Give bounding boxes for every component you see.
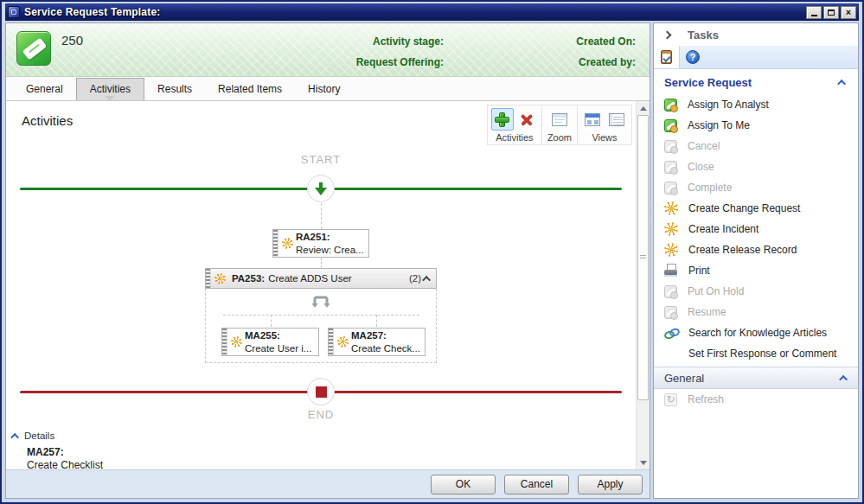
chevron-right-icon <box>663 30 672 39</box>
task-item: Cancel <box>654 136 858 156</box>
activity-star-icon <box>282 238 293 249</box>
task-item[interactable]: Create Change Request <box>654 198 858 219</box>
service-request-task-list: Assign To Analyst Assign To Me Cancel <box>654 94 858 364</box>
details-node-id: MA257: <box>27 446 64 458</box>
toolbar-group-label: Zoom <box>546 131 573 144</box>
ticket-user-icon <box>664 119 677 132</box>
task-item: Close <box>654 156 858 177</box>
help-icon <box>686 50 700 64</box>
task-label: Put On Hold <box>688 285 744 297</box>
zoom-button[interactable] <box>548 108 571 131</box>
section-title: Service Request <box>664 76 840 89</box>
list-view-button[interactable] <box>605 108 628 131</box>
scroll-up-button[interactable] <box>637 101 650 115</box>
end-node <box>307 378 335 405</box>
activities-toolbar: Activities Zoom <box>487 105 632 145</box>
tab-activities[interactable]: Activities <box>76 78 144 100</box>
activity-node-ra251[interactable]: RA251: Review: Crea... <box>272 229 369 258</box>
collapse-chevron-icon <box>10 432 19 441</box>
triangle-up-icon <box>640 106 647 111</box>
scrollbar-thumb[interactable] <box>637 115 649 400</box>
request-offering-label: Request Offering: <box>356 56 444 68</box>
created-by-label: Created by: <box>579 56 636 68</box>
task-item[interactable]: Assign To Analyst <box>654 94 858 115</box>
parallel-fork-icon <box>310 292 332 313</box>
vertical-scrollbar[interactable] <box>636 101 650 469</box>
minimize-icon <box>811 15 817 16</box>
ticket-disabled-icon <box>664 140 677 153</box>
cancel-button[interactable]: Cancel <box>504 475 569 494</box>
minimize-button[interactable] <box>806 6 822 19</box>
connector <box>376 315 377 327</box>
close-button[interactable]: × <box>841 6 856 19</box>
add-icon <box>495 112 509 127</box>
help-tab[interactable] <box>680 46 706 68</box>
connector <box>321 258 322 268</box>
task-item[interactable]: Search for Knowledge Articles <box>654 322 858 343</box>
clipboard-icon <box>661 50 672 64</box>
ok-button[interactable]: OK <box>431 475 496 494</box>
activity-node-ma257[interactable]: MA257: Create Check... <box>328 328 426 356</box>
service-request-template-window: Service Request Template: × 250 Activity… <box>0 0 864 504</box>
details-toggle[interactable]: Details <box>13 431 54 441</box>
service-request-section-header[interactable]: Service Request <box>654 69 858 94</box>
task-item: Resume <box>654 302 858 322</box>
ticket-disabled-icon <box>664 161 677 174</box>
task-item[interactable]: Assign To Me <box>654 115 858 136</box>
task-label: Cancel <box>688 140 720 152</box>
task-label: Set First Response or Comment <box>688 348 836 360</box>
tab-related-items[interactable]: Related Items <box>205 79 295 100</box>
list-view-icon <box>609 113 624 126</box>
task-item[interactable]: Set First Response or Comment <box>654 343 858 364</box>
task-label: Refresh <box>688 393 724 405</box>
general-section-header[interactable]: General <box>654 367 858 389</box>
tasks-title: Tasks <box>688 29 719 41</box>
star-icon <box>664 201 678 215</box>
task-label: Print <box>688 265 710 277</box>
tab-history[interactable]: History <box>295 79 353 100</box>
details-label: Details <box>24 431 54 441</box>
task-label: Create Release Record <box>688 244 797 256</box>
start-node <box>307 175 335 202</box>
refresh-icon <box>664 393 677 406</box>
details-node-title: Create Checklist <box>27 459 103 469</box>
task-item[interactable]: Create Release Record <box>654 239 858 260</box>
tab-general[interactable]: General <box>13 79 76 100</box>
printer-icon <box>664 264 678 278</box>
app-icon <box>8 6 20 18</box>
node-title: Create User i... <box>245 343 311 354</box>
scroll-down-button[interactable] <box>637 456 650 469</box>
add-activity-button[interactable] <box>491 108 514 131</box>
delete-activity-button[interactable] <box>515 108 538 131</box>
ticket-disabled-icon <box>664 285 677 298</box>
general-task-list: Refresh <box>654 389 858 410</box>
star-icon <box>664 222 678 236</box>
task-label: Complete <box>688 182 732 194</box>
diagram-view-button[interactable] <box>581 108 604 131</box>
activity-node-ma255[interactable]: MA255: Create User i... <box>221 328 319 356</box>
connector <box>321 203 322 229</box>
service-request-ticket-icon <box>16 31 51 66</box>
apply-button[interactable]: Apply <box>578 475 643 494</box>
task-item[interactable]: Print <box>654 260 858 281</box>
collapse-chevron-icon[interactable] <box>422 275 431 284</box>
task-label: Search for Knowledge Articles <box>688 327 827 339</box>
maximize-button[interactable] <box>823 6 839 19</box>
workflow-canvas: Activities Activities <box>6 101 636 469</box>
task-label: Resume <box>688 306 726 318</box>
task-item: Put On Hold <box>654 281 858 302</box>
tasks-tab-strip <box>654 46 858 69</box>
request-id: 250 <box>61 33 83 48</box>
ticket-disabled-icon <box>664 182 677 195</box>
end-label: END <box>6 408 636 421</box>
end-stop-icon <box>316 386 327 398</box>
task-item[interactable]: Create Incident <box>654 219 858 239</box>
activity-star-icon <box>214 273 226 284</box>
tasks-tab[interactable] <box>654 46 680 68</box>
tab-results[interactable]: Results <box>144 79 205 100</box>
node-id: RA251: <box>296 232 330 242</box>
child-count: (2) <box>409 273 421 284</box>
tasks-panel-header[interactable]: Tasks <box>654 23 858 46</box>
toolbar-group-views: Views <box>578 105 631 144</box>
activity-node-pa253[interactable]: PA253: Create ADDS User (2) <box>205 268 437 289</box>
